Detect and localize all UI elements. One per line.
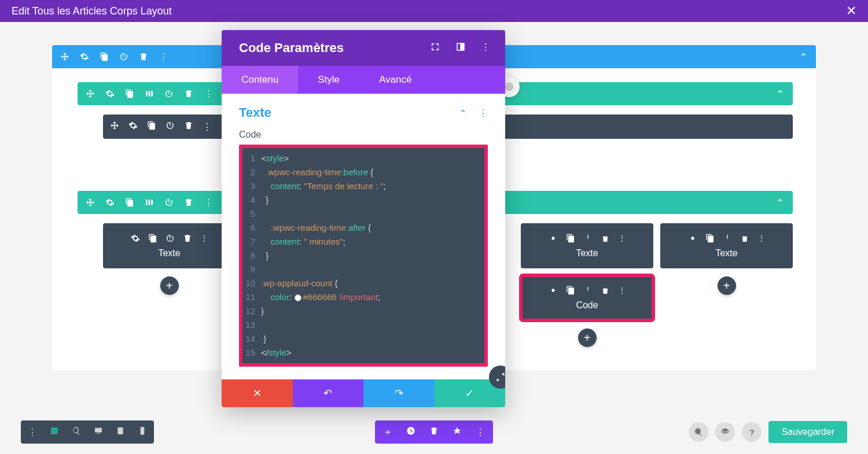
- layers-button[interactable]: [715, 422, 735, 442]
- collapse-icon[interactable]: ⌄: [776, 196, 785, 209]
- move-icon[interactable]: [86, 89, 95, 98]
- tablet-icon[interactable]: [116, 426, 125, 438]
- collapse-icon[interactable]: ⌄: [459, 108, 467, 119]
- gear-icon[interactable]: [549, 234, 558, 245]
- duplicate-icon[interactable]: [125, 198, 134, 207]
- duplicate-icon[interactable]: [125, 89, 134, 98]
- tab-content[interactable]: Contenu: [222, 66, 298, 94]
- power-icon[interactable]: [165, 234, 175, 245]
- center-toolbar: ＋ ⋮: [375, 420, 493, 444]
- power-icon[interactable]: [164, 89, 174, 98]
- modal-body: Texte ⌄ ⋮ Code 1<style>2 .wpwc-reading-t…: [222, 94, 505, 379]
- search-button[interactable]: [689, 422, 708, 442]
- undo-button[interactable]: ↶: [293, 379, 364, 407]
- add-module-button[interactable]: +: [160, 276, 179, 295]
- modal-footer: ✕ ↶ ↷ ✓: [222, 379, 505, 407]
- more-icon[interactable]: ⋮: [481, 42, 490, 54]
- more-icon[interactable]: ⋮: [28, 427, 37, 438]
- duplicate-icon[interactable]: [147, 121, 156, 132]
- power-icon[interactable]: [165, 121, 175, 132]
- duplicate-icon[interactable]: [100, 52, 109, 61]
- module-label: Texte: [715, 248, 737, 259]
- modal-tabs: Contenu Style Avancé: [222, 66, 505, 94]
- code-editor[interactable]: 1<style>2 .wpwc-reading-time:before {3 c…: [242, 148, 484, 363]
- zoom-icon[interactable]: [72, 426, 81, 438]
- svg-rect-3: [117, 427, 123, 434]
- trash-icon[interactable]: [184, 198, 193, 207]
- collapse-icon[interactable]: ⌄: [776, 87, 785, 100]
- trash-icon[interactable]: [184, 121, 193, 132]
- title-bar: Edit Tous les Articles Corps Layout ✕: [0, 0, 868, 22]
- more-icon[interactable]: ⋮: [159, 52, 168, 61]
- more-icon[interactable]: ⋮: [618, 286, 626, 297]
- page-title: Edit Tous les Articles Corps Layout: [12, 5, 172, 17]
- more-icon[interactable]: ⋮: [204, 89, 213, 98]
- trash-icon[interactable]: [429, 426, 439, 438]
- gear-icon[interactable]: [549, 286, 558, 297]
- modal-header: Code Paramètres ⋮: [222, 30, 505, 66]
- module-texte[interactable]: ⋮ Texte: [660, 223, 793, 268]
- help-button[interactable]: ?: [742, 422, 762, 442]
- power-icon[interactable]: [723, 234, 732, 245]
- power-icon[interactable]: [583, 234, 593, 245]
- phone-icon[interactable]: [138, 426, 147, 438]
- save-button[interactable]: Sauvegarder: [768, 421, 847, 443]
- code-editor-highlight: 1<style>2 .wpwc-reading-time:before {3 c…: [239, 145, 488, 367]
- module-label: Code: [576, 300, 598, 311]
- gear-icon[interactable]: [688, 234, 697, 245]
- trash-icon[interactable]: [601, 286, 610, 297]
- move-icon[interactable]: [110, 121, 119, 132]
- more-icon[interactable]: ⋮: [757, 234, 766, 245]
- more-icon[interactable]: ⋮: [200, 234, 208, 245]
- desktop-icon[interactable]: [94, 426, 103, 438]
- power-icon[interactable]: [583, 286, 593, 297]
- more-icon[interactable]: ⋮: [203, 121, 212, 132]
- more-icon[interactable]: ⋮: [476, 427, 485, 438]
- trash-icon[interactable]: [601, 234, 610, 245]
- duplicate-icon[interactable]: [566, 234, 575, 245]
- wireframe-icon[interactable]: [50, 426, 59, 438]
- duplicate-icon[interactable]: [705, 234, 715, 245]
- more-icon[interactable]: ⋮: [618, 234, 626, 245]
- trash-icon[interactable]: [183, 234, 192, 245]
- svg-rect-4: [141, 427, 145, 434]
- columns-icon[interactable]: [145, 89, 154, 98]
- cancel-button[interactable]: ✕: [222, 379, 293, 407]
- close-icon[interactable]: ✕: [846, 3, 856, 19]
- clock-icon[interactable]: [406, 426, 415, 438]
- module-texte[interactable]: ⋮ Texte: [521, 223, 653, 268]
- section-title: Texte: [239, 105, 271, 120]
- snap-icon[interactable]: [455, 42, 466, 54]
- tab-advanced[interactable]: Avancé: [359, 66, 431, 94]
- redo-button[interactable]: ↷: [363, 379, 435, 407]
- trash-icon[interactable]: [184, 89, 193, 98]
- more-icon[interactable]: ⋮: [479, 108, 488, 119]
- field-label: Code: [239, 130, 488, 140]
- module-texte[interactable]: ⋮ Texte: [103, 223, 236, 268]
- pin-icon[interactable]: [453, 426, 462, 438]
- move-icon[interactable]: [60, 52, 69, 61]
- tab-design[interactable]: Style: [298, 66, 359, 94]
- gear-icon[interactable]: [80, 52, 89, 61]
- gear-icon[interactable]: [128, 121, 138, 132]
- fullscreen-icon[interactable]: [430, 42, 440, 54]
- gear-icon[interactable]: [131, 234, 140, 245]
- module-code[interactable]: ⋮ Code: [521, 275, 653, 320]
- settings-modal: Code Paramètres ⋮ Contenu Style Avancé T…: [222, 30, 505, 407]
- move-icon[interactable]: [86, 198, 95, 207]
- duplicate-icon[interactable]: [566, 286, 575, 297]
- add-module-button[interactable]: +: [718, 276, 736, 295]
- plus-icon[interactable]: ＋: [383, 426, 392, 438]
- add-module-button[interactable]: +: [578, 328, 597, 347]
- gear-icon[interactable]: [105, 89, 115, 98]
- collapse-icon[interactable]: ⌄: [799, 50, 808, 63]
- power-icon[interactable]: [164, 198, 174, 207]
- power-icon[interactable]: [119, 52, 128, 61]
- trash-icon[interactable]: [139, 52, 148, 61]
- columns-icon[interactable]: [145, 198, 154, 207]
- more-icon[interactable]: ⋮: [204, 198, 213, 207]
- duplicate-icon[interactable]: [148, 234, 157, 245]
- gear-icon[interactable]: [105, 198, 115, 207]
- bottom-toolbar: ⋮ ＋ ⋮ ? Sauvegarder: [0, 420, 868, 444]
- trash-icon[interactable]: [740, 234, 749, 245]
